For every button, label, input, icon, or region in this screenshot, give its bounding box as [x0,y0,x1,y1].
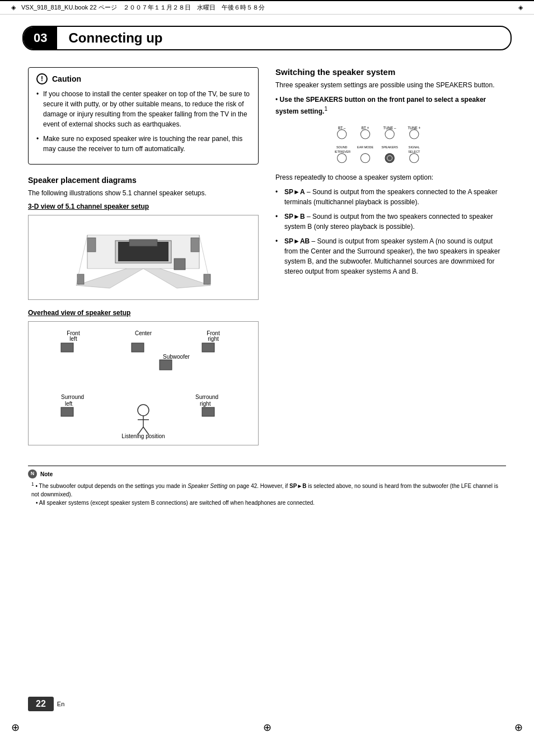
right-column: Switching the speaker system Three speak… [275,67,506,454]
bottom-reg-mark-right: ⊕ [514,721,523,734]
note-line-1: 1 • The subwoofer output depends on the … [28,481,506,499]
option-b-text: – Sound is output from the two speakers … [284,213,493,231]
switching-bullet-strong: Use the SPEAKERS button on the front pan… [275,96,486,115]
svg-rect-29 [202,407,214,416]
top-bar-text: VSX_918_818_KU.book 22 ページ ２００７年１１月２８日 水… [21,3,265,12]
page-footer: 22 En [28,697,64,711]
svg-text:SIGNAL: SIGNAL [409,145,420,149]
press-text: Press repeatedly to choose a speaker sys… [275,172,506,182]
option-a-text: – Sound is output from the speakers conn… [284,188,498,206]
svg-rect-6 [129,240,157,246]
speaker-3d-svg [65,224,222,291]
switching-title: Switching the speaker system [275,67,506,77]
svg-rect-4 [87,238,96,252]
bottom-reg-mark-left: ⊕ [11,721,20,734]
svg-text:TUNE +: TUNE + [407,126,420,130]
svg-point-37 [338,130,346,139]
content-area: ! Caution If you choose to install the c… [0,62,534,460]
speaker-options-list: SP►A – Sound is output from the speakers… [275,187,506,276]
svg-text:BT –: BT – [338,126,346,130]
svg-point-50 [385,153,394,162]
svg-text:Surround: Surround [195,394,218,400]
bottom-marks: ⊕ ⊕ ⊕ [0,721,534,734]
chapter-number: 03 [24,27,57,49]
speaker-3d-diagram [28,215,259,300]
svg-point-54 [410,153,419,162]
top-bar: ◈ VSX_918_818_KU.book 22 ページ ２００７年１１月２８日… [0,0,534,15]
svg-point-41 [385,130,394,139]
speaker-placement-intro: The following illustrations show 5.1 cha… [28,188,259,198]
note-line-2: • All speaker systems (except speaker sy… [28,499,506,507]
speaker-option-a: SP►A – Sound is output from the speakers… [275,187,506,207]
svg-text:Center: Center [135,330,152,336]
caution-icon: ! [36,73,48,84]
overhead-view-title: Overhead view of speaker setup [28,309,259,317]
note-section: N Note 1 • The subwoofer output depends … [28,466,506,507]
caution-title: Caution [52,74,81,83]
caution-bullet-1: If you choose to install the center spea… [36,89,250,129]
left-column: ! Caution If you choose to install the c… [28,67,259,454]
caution-header: ! Caution [36,73,250,84]
svg-text:right: right [200,401,211,407]
chapter-header: 03 Connecting up [22,26,512,50]
svg-text:SPEAKERS: SPEAKERS [382,145,399,149]
svg-point-30 [138,405,149,416]
svg-text:Listening position: Listening position [121,433,165,439]
svg-point-43 [410,130,419,139]
svg-text:SOUND: SOUND [336,145,348,149]
svg-text:BT +: BT + [362,126,369,130]
speaker-option-b: SP►B – Sound is output from the two spea… [275,212,506,232]
caution-box: ! Caution If you choose to install the c… [28,67,259,165]
caution-body: If you choose to install the center spea… [36,89,250,154]
bottom-center-mark: ⊕ [263,721,271,734]
option-b-label: SP►B [284,213,305,220]
svg-rect-19 [61,343,73,352]
footnote-ref: 1 [324,106,327,112]
svg-rect-20 [132,343,144,352]
svg-rect-23 [160,360,172,370]
speaker-3d-view [34,221,252,294]
svg-rect-5 [191,238,199,252]
svg-text:Subwoofer: Subwoofer [163,354,190,360]
svg-point-39 [360,130,369,139]
svg-rect-26 [61,407,73,416]
svg-rect-8 [204,274,210,284]
option-ab-label: SP►AB [284,237,310,245]
svg-rect-21 [202,343,214,352]
option-ab-text: – Sound is output from speaker system A … [284,237,500,275]
button-panel: BT – BT + TUNE – TUNE + SOUND RETRIEVER … [275,122,506,167]
svg-point-46 [338,153,346,162]
button-panel-svg: BT – BT + TUNE – TUNE + SOUND RETRIEVER … [335,122,447,167]
svg-text:Surround: Surround [61,394,84,400]
overhead-svg: Front left Center Front right Subwoofer … [34,327,252,439]
note-header: N Note [28,469,506,478]
svg-text:RETRIEVER: RETRIEVER [335,150,350,153]
note-icon: N [28,469,37,478]
speaker-placement-title: Speaker placement diagrams [28,176,259,185]
svg-rect-9 [174,259,185,270]
option-a-label: SP►A [284,188,305,196]
svg-text:left: left [65,401,73,407]
switching-intro: Three speaker system settings are possib… [275,80,506,90]
top-bar-arrow: ◈ [11,4,16,11]
top-bar-arrow-right: ◈ [518,4,523,11]
svg-text:SELECT: SELECT [408,150,420,153]
page-lang: En [57,701,64,707]
page-number: 22 [28,697,54,711]
overhead-diagram-box: Front left Center Front right Subwoofer … [28,321,259,445]
svg-point-48 [360,153,369,162]
svg-text:EAR MODE: EAR MODE [357,145,373,149]
caution-bullet-2: Make sure no exposed speaker wire is tou… [36,134,250,154]
switching-bullet-header: • Use the SPEAKERS button on the front p… [275,95,506,116]
svg-text:left: left [69,336,77,342]
overhead-diagram: Front left Center Front right Subwoofer … [34,327,252,439]
3d-view-title: 3-D view of 5.1 channel speaker setup [28,203,259,210]
svg-text:TUNE –: TUNE – [383,126,396,130]
note-label: Note [40,470,53,478]
chapter-title: Connecting up [57,30,162,46]
speaker-option-ab: SP►AB – Sound is output from speaker sys… [275,236,506,276]
svg-text:right: right [208,336,219,342]
